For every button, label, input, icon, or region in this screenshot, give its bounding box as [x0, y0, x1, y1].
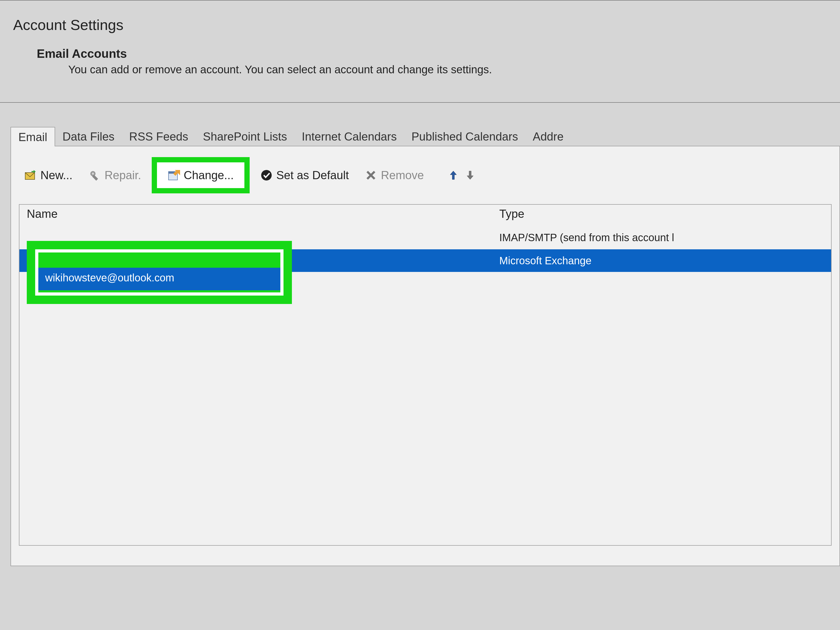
dialog-header: Account Settings Email Accounts You can … — [0, 0, 840, 103]
dialog-title: Account Settings — [11, 11, 829, 46]
tab-published-calendars[interactable]: Published Calendars — [404, 127, 526, 146]
list-header: Name Type — [19, 205, 831, 226]
remove-button-label: Remove — [381, 169, 424, 182]
tab-internet-calendars[interactable]: Internet Calendars — [295, 127, 404, 146]
email-toolbar: New... Repair. — [11, 146, 840, 204]
arrow-down-icon — [465, 170, 475, 180]
change-properties-icon — [167, 169, 180, 182]
tab-panel-email: New... Repair. — [11, 146, 840, 566]
repair-account-button: Repair. — [83, 163, 146, 187]
new-button-label: New... — [40, 169, 73, 182]
wrench-gear-icon — [88, 169, 101, 182]
delete-x-icon — [365, 169, 377, 182]
svg-marker-12 — [467, 171, 473, 179]
checkmark-circle-icon — [260, 169, 273, 182]
svg-point-8 — [261, 170, 272, 180]
set-default-label: Set as Default — [276, 169, 349, 182]
column-header-name[interactable]: Name — [27, 207, 499, 223]
column-header-type[interactable]: Type — [499, 207, 831, 223]
change-button-label: Change... — [184, 169, 234, 182]
svg-point-4 — [92, 173, 94, 175]
account-settings-dialog: Account Settings Email Accounts You can … — [0, 0, 840, 630]
tab-strip: Email Data Files RSS Feeds SharePoint Li… — [0, 103, 840, 146]
tab-sharepoint-lists[interactable]: SharePoint Lists — [196, 127, 294, 146]
tab-email[interactable]: Email — [11, 127, 55, 146]
move-down-button[interactable] — [464, 169, 476, 181]
envelope-new-icon — [24, 169, 37, 182]
change-account-button[interactable]: Change... — [157, 162, 245, 188]
accounts-list: Name Type IMAP/SMTP (send from this acco… — [19, 204, 832, 546]
remove-account-button[interactable]: Remove — [359, 163, 429, 187]
account-row[interactable]: IMAP/SMTP (send from this account l — [19, 226, 831, 249]
account-type-cell: Microsoft Exchange — [499, 255, 831, 267]
tab-data-files[interactable]: Data Files — [55, 127, 122, 146]
change-button-highlight: Change... — [152, 157, 249, 193]
repair-button-label: Repair. — [104, 169, 141, 182]
section-description: You can add or remove an account. You ca… — [11, 63, 829, 76]
section-subtitle: Email Accounts — [11, 46, 829, 63]
arrow-up-icon — [448, 170, 459, 180]
new-account-button[interactable]: New... — [19, 163, 78, 187]
svg-marker-11 — [450, 171, 456, 179]
set-default-button[interactable]: Set as Default — [255, 163, 354, 187]
move-up-button[interactable] — [448, 169, 459, 181]
tab-address-books[interactable]: Addre — [526, 127, 571, 146]
tab-rss-feeds[interactable]: RSS Feeds — [122, 127, 196, 146]
account-name-text: wikihowsteve@outlook.com — [45, 272, 174, 284]
account-type-cell: IMAP/SMTP (send from this account l — [499, 232, 831, 244]
